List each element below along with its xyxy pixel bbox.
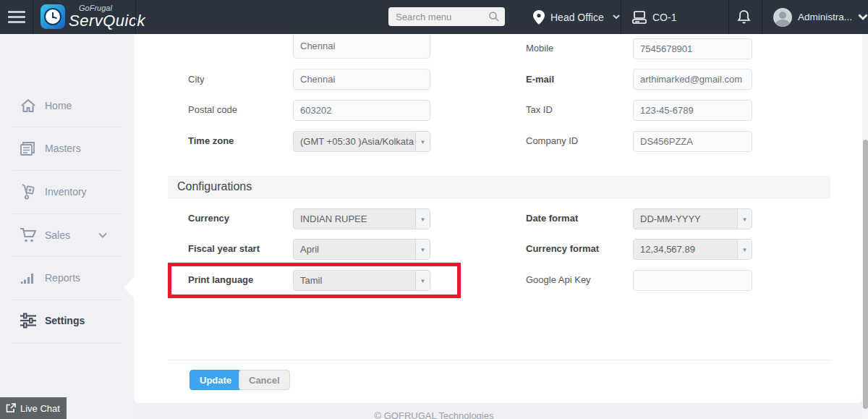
time-zone-value: (GMT +05:30 )Asia/Kolkata	[294, 136, 415, 147]
date-format-select[interactable]: DD-MM-YYYY ▾	[633, 208, 752, 229]
email-input[interactable]	[633, 69, 752, 90]
store-label: Head Office	[550, 12, 604, 23]
date-format-label: Date format	[526, 213, 578, 224]
terminal-label: CO-1	[652, 12, 676, 23]
date-format-value: DD-MM-YYYY	[634, 213, 737, 224]
cancel-button[interactable]: Cancel	[239, 370, 290, 390]
address-value: Chennai	[300, 41, 335, 51]
chevron-down-icon	[858, 14, 868, 20]
select-caret-icon: ▾	[415, 132, 430, 151]
postal-code-input[interactable]	[293, 100, 430, 121]
sidebar-divider	[13, 127, 120, 127]
currency-select[interactable]: INDIAN RUPEE ▾	[293, 208, 430, 229]
active-item-notch	[124, 277, 134, 297]
clock-logo-icon	[41, 4, 65, 29]
company-id-label: Company ID	[526, 135, 578, 146]
sidebar-item-reports[interactable]: Reports	[0, 268, 134, 288]
sidebar-divider	[13, 343, 120, 344]
configurations-section-header: Configurations	[168, 176, 830, 198]
masters-icon	[20, 140, 37, 157]
avatar	[773, 8, 792, 27]
header-divider	[135, 0, 136, 34]
fiscal-year-start-value: April	[294, 244, 415, 255]
time-zone-label: Time zone	[188, 135, 234, 146]
sidebar-item-sales[interactable]: Sales	[0, 225, 134, 245]
sidebar-item-label: Masters	[45, 143, 81, 154]
select-caret-icon: ▾	[415, 271, 430, 290]
sidebar-item-label: Inventory	[45, 186, 87, 198]
bell-icon	[737, 9, 751, 25]
menu-search	[388, 7, 505, 26]
select-caret-icon: ▾	[415, 209, 430, 229]
fiscal-year-start-select[interactable]: April ▾	[293, 239, 430, 260]
city-label: City	[188, 74, 204, 85]
sidebar-item-masters[interactable]: Masters	[0, 138, 134, 158]
time-zone-select[interactable]: (GMT +05:30 )Asia/Kolkata ▾	[293, 131, 430, 152]
sidebar-item-inventory[interactable]: Inventory	[0, 182, 134, 202]
address-textarea[interactable]: Chennai	[293, 34, 430, 59]
vertical-scrollbar[interactable]	[862, 34, 868, 419]
scrollbar-thumb[interactable]	[863, 140, 868, 409]
live-chat-button[interactable]: Live Chat	[0, 397, 67, 419]
currency-format-label: Currency format	[526, 243, 599, 254]
header-divider	[762, 0, 762, 34]
print-language-value: Tamil	[294, 275, 415, 286]
currency-value: INDIAN RUPEE	[294, 213, 415, 224]
home-icon	[20, 97, 37, 114]
live-chat-label: Live Chat	[20, 403, 60, 414]
sidebar-item-label: Settings	[45, 315, 85, 326]
header-divider	[33, 0, 33, 34]
company-id-input[interactable]	[633, 131, 752, 152]
google-api-key-input[interactable]	[633, 270, 752, 291]
brand-servquick: ServQuick	[69, 13, 145, 29]
sidebar-item-label: Reports	[45, 272, 80, 284]
select-caret-icon: ▾	[737, 209, 752, 229]
app-logo[interactable]: GoFrugal ServQuick	[41, 4, 145, 29]
copyright-text: © GOFRUGAL Technologies	[375, 410, 494, 419]
external-link-icon	[6, 403, 16, 413]
store-selector[interactable]: Head Office	[533, 0, 620, 34]
user-label: Administra...	[798, 12, 852, 22]
select-caret-icon: ▾	[415, 240, 430, 259]
chevron-down-icon	[98, 232, 107, 238]
location-pin-icon	[533, 10, 545, 25]
sidebar-item-label: Sales	[45, 229, 70, 241]
fiscal-year-start-label: Fiscal year start	[188, 243, 260, 254]
hamburger-menu-icon[interactable]	[0, 0, 33, 34]
sidebar-divider	[13, 170, 120, 171]
search-input[interactable]	[388, 7, 505, 26]
reports-bar-chart-icon	[20, 269, 37, 287]
inventory-icon	[20, 183, 37, 200]
sidebar-divider	[13, 300, 120, 300]
header-divider	[728, 0, 729, 34]
mobile-label: Mobile	[526, 43, 553, 54]
sidebar-divider	[13, 213, 120, 214]
button-area-divider	[168, 360, 830, 360]
currency-format-select[interactable]: 12,34,567.89 ▾	[633, 239, 752, 260]
user-menu[interactable]: Administra...	[773, 0, 868, 34]
sidebar-item-settings[interactable]: Settings	[0, 310, 134, 331]
print-language-select[interactable]: Tamil ▾	[293, 270, 430, 291]
configurations-title: Configurations	[177, 180, 252, 193]
mobile-input[interactable]	[633, 38, 752, 59]
currency-label: Currency	[188, 213, 229, 224]
terminal-selector[interactable]: CO-1	[632, 0, 676, 34]
city-input[interactable]	[293, 69, 430, 90]
header-divider	[621, 0, 621, 34]
currency-format-value: 12,34,567.89	[634, 244, 737, 255]
select-caret-icon: ▾	[737, 240, 752, 259]
tax-id-input[interactable]	[633, 100, 752, 121]
print-language-label: Print language	[188, 274, 253, 285]
search-icon	[488, 11, 500, 22]
tax-id-label: Tax ID	[526, 104, 553, 115]
postal-code-label: Postal code	[188, 104, 237, 115]
update-button[interactable]: Update	[190, 370, 242, 390]
sidebar-item-home[interactable]: Home	[0, 96, 134, 116]
email-label: E-mail	[526, 74, 554, 85]
notifications[interactable]	[737, 0, 751, 34]
settings-sliders-icon	[20, 312, 37, 329]
top-bar: GoFrugal ServQuick Head Office CO-1	[0, 0, 868, 34]
sidebar-item-label: Home	[45, 100, 72, 111]
settings-form-panel: Chennai City Postal code Time zone (GMT …	[134, 34, 862, 403]
sidebar-nav: Home Masters Inventory Sales Reports	[0, 34, 134, 419]
